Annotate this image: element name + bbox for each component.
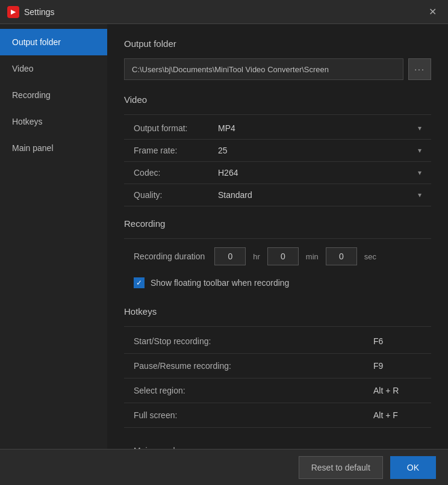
hotkey-select-region-row: Select region: Alt + R	[124, 378, 431, 403]
hotkey-full-screen-row: Full screen: Alt + F	[124, 403, 431, 428]
sidebar-item-video[interactable]: Video	[0, 55, 107, 82]
recording-duration-label: Recording duration	[134, 252, 205, 261]
codec-row: Codec: H264 ▾	[124, 162, 431, 184]
main-layout: Output folder Video Recording Hotkeys Ma…	[0, 24, 448, 449]
video-divider	[124, 114, 431, 115]
toolbar-checkbox-label: Show floating toolbar when recording	[151, 278, 289, 288]
hotkey-full-screen-value: Alt + F	[373, 410, 422, 420]
quality-label: Quality:	[134, 190, 218, 200]
content-area: Output folder ··· Video Output format: M…	[107, 24, 448, 449]
video-section-title: Video	[124, 94, 431, 105]
hotkey-pause-resume-row: Pause/Resume recording: F9	[124, 354, 431, 378]
output-format-value: MP4	[218, 123, 235, 133]
hotkeys-divider	[124, 326, 431, 327]
hotkey-start-stop-row: Start/Stop recording: F6	[124, 329, 431, 354]
bottom-bar: Reset to default OK	[0, 449, 448, 485]
reset-to-default-button[interactable]: Reset to default	[299, 456, 383, 479]
main-panel-hint: Main panel	[124, 440, 431, 449]
output-folder-row: ···	[124, 58, 431, 80]
browse-button[interactable]: ···	[408, 58, 431, 80]
output-format-label: Output format:	[134, 123, 218, 133]
hotkeys-section-title: Hotkeys	[124, 306, 431, 317]
hotkey-select-region-label: Select region:	[134, 386, 373, 395]
duration-sec-input[interactable]	[326, 247, 357, 265]
toolbar-checkbox[interactable]: ✓	[134, 277, 145, 288]
sidebar-item-main-panel[interactable]: Main panel	[0, 135, 107, 161]
hotkey-start-stop-value: F6	[373, 336, 422, 346]
sidebar: Output folder Video Recording Hotkeys Ma…	[0, 24, 107, 449]
title-bar-left: ▶ Settings	[7, 6, 55, 18]
min-unit: min	[306, 252, 319, 261]
app-icon: ▶	[7, 6, 19, 18]
codec-arrow[interactable]: ▾	[418, 168, 422, 177]
output-format-arrow[interactable]: ▾	[418, 124, 422, 132]
codec-value: H264	[218, 168, 238, 178]
frame-rate-row: Frame rate: 25 ▾	[124, 140, 431, 162]
duration-hr-input[interactable]	[214, 247, 246, 265]
quality-arrow[interactable]: ▾	[418, 191, 422, 199]
quality-row: Quality: Standard ▾	[124, 184, 431, 206]
hotkey-pause-resume-label: Pause/Resume recording:	[134, 361, 373, 371]
output-folder-input[interactable]	[124, 58, 403, 80]
recording-duration-row: Recording duration hr min sec	[124, 241, 431, 271]
hotkey-pause-resume-value: F9	[373, 361, 422, 371]
hotkey-start-stop-label: Start/Stop recording:	[134, 336, 373, 346]
hotkey-select-region-value: Alt + R	[373, 386, 422, 395]
window-title: Settings	[24, 7, 55, 17]
sec-unit: sec	[364, 252, 376, 261]
title-bar: ▶ Settings ✕	[0, 0, 448, 24]
toolbar-checkbox-row: ✓ Show floating toolbar when recording	[124, 271, 431, 294]
frame-rate-value: 25	[218, 146, 228, 155]
output-folder-title: Output folder	[124, 39, 431, 49]
frame-rate-label: Frame rate:	[134, 146, 218, 155]
recording-section-title: Recording	[124, 218, 431, 229]
codec-label: Codec:	[134, 168, 218, 178]
quality-value: Standard	[218, 190, 252, 200]
output-format-row: Output format: MP4 ▾	[124, 117, 431, 140]
video-section: Video Output format: MP4 ▾ Frame rate: 2…	[124, 94, 431, 206]
recording-section: Recording Recording duration hr min sec …	[124, 218, 431, 294]
hotkey-full-screen-label: Full screen:	[134, 410, 373, 420]
close-button[interactable]: ✕	[424, 4, 441, 20]
frame-rate-arrow[interactable]: ▾	[418, 146, 422, 155]
ok-button[interactable]: OK	[390, 456, 436, 479]
recording-divider	[124, 238, 431, 239]
hotkeys-section: Hotkeys Start/Stop recording: F6 Pause/R…	[124, 306, 431, 428]
sidebar-item-output-folder[interactable]: Output folder	[0, 29, 107, 55]
hr-unit: hr	[253, 252, 260, 261]
sidebar-item-hotkeys[interactable]: Hotkeys	[0, 108, 107, 135]
sidebar-item-recording[interactable]: Recording	[0, 82, 107, 108]
duration-min-input[interactable]	[267, 247, 299, 265]
